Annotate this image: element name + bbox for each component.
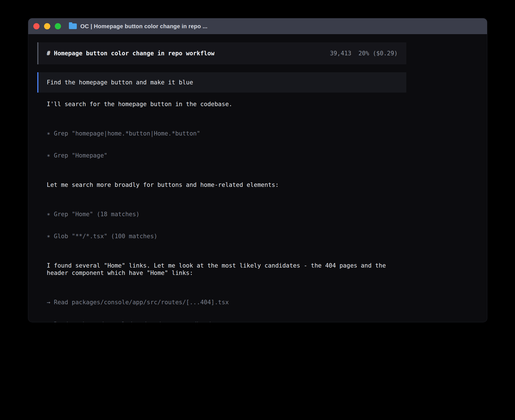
tool-call-group: ∗ Grep "homepage|home.*button|Home.*butt… bbox=[47, 115, 406, 174]
tool-call-group: → Read packages/console/app/src/routes/[… bbox=[47, 284, 406, 322]
session-stats: 39,413 20% ($0.29) bbox=[330, 50, 398, 57]
tool-call-grep: ∗ Grep "Homepage" bbox=[47, 152, 406, 159]
minimize-button[interactable] bbox=[44, 23, 50, 29]
traffic-lights bbox=[33, 23, 61, 29]
tool-call-glob: ∗ Glob "**/*.tsx" (100 matches) bbox=[47, 233, 406, 240]
folder-icon bbox=[69, 23, 77, 29]
context-usage: 20% ($0.29) bbox=[358, 50, 398, 57]
user-message-text: Find the homepage button and make it blu… bbox=[47, 79, 193, 86]
tool-call-group: ∗ Grep "Home" (18 matches) ∗ Glob "**/*.… bbox=[47, 196, 406, 255]
session-title: # Homepage button color change in repo w… bbox=[47, 50, 215, 57]
tool-call-read: → Read packages/console/app/src/componen… bbox=[47, 321, 406, 322]
tool-call-grep: ∗ Grep "homepage|home.*button|Home.*butt… bbox=[47, 130, 406, 137]
user-message: Find the homepage button and make it blu… bbox=[37, 72, 406, 93]
titlebar[interactable]: OC | Homepage button color change in rep… bbox=[28, 18, 487, 34]
token-count: 39,413 bbox=[330, 50, 352, 57]
tool-call-read: → Read packages/console/app/src/routes/[… bbox=[47, 299, 406, 306]
session-header: # Homepage button color change in repo w… bbox=[37, 42, 406, 64]
close-button[interactable] bbox=[33, 23, 40, 29]
window-title: OC | Homepage button color change in rep… bbox=[80, 23, 208, 30]
assistant-paragraph: I found several "Home" links. Let me loo… bbox=[47, 262, 397, 277]
zoom-button[interactable] bbox=[55, 23, 61, 29]
conversation-area[interactable]: I'll search for the homepage button in t… bbox=[37, 100, 406, 322]
tool-call-grep: ∗ Grep "Home" (18 matches) bbox=[47, 211, 406, 218]
terminal-content: # Homepage button color change in repo w… bbox=[37, 34, 406, 322]
terminal-window: OC | Homepage button color change in rep… bbox=[28, 18, 487, 322]
assistant-paragraph: Let me search more broadly for buttons a… bbox=[47, 181, 397, 189]
assistant-paragraph: I'll search for the homepage button in t… bbox=[47, 100, 397, 108]
